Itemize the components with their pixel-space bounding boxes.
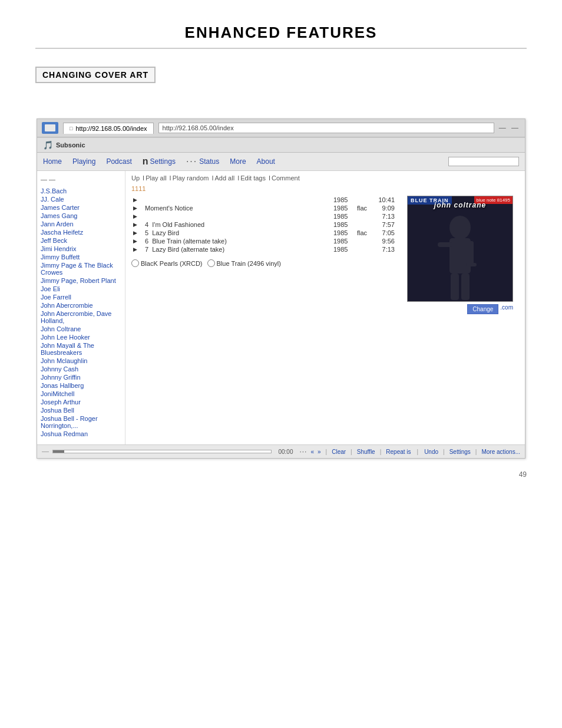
action-play-random[interactable]: Play random [173, 174, 209, 182]
radio-vinyl[interactable] [207, 259, 215, 267]
track-duration-3: 7:13 [373, 212, 396, 220]
radio-option-vinyl[interactable]: Blue Train (2496 vinyl) [207, 259, 281, 267]
sidebar-item-josepha[interactable]: Joseph Arthur [41, 398, 121, 406]
album-art-container: BLUE TRAIN blue note 81495 john coltrane [407, 196, 513, 302]
nav-status[interactable]: Status [199, 157, 219, 166]
page-number: 49 [35, 470, 527, 479]
sidebar-item-johnmcl[interactable]: John Mclaughlin [41, 357, 121, 364]
nav-home[interactable]: Home [43, 157, 62, 166]
track-name-4[interactable]: 4 I'm Old Fashioned [143, 220, 332, 229]
player-clear-btn[interactable]: Clear [332, 449, 346, 455]
sidebar-item-johnmayall[interactable]: John Mayall & The Bluesbreakers [41, 342, 121, 356]
player-progress-bar[interactable] [52, 450, 272, 453]
track-duration-2: 9:09 [373, 204, 396, 212]
sidebar-item-joeeli[interactable]: Joe Eli [41, 285, 121, 292]
sidebar-item-jimmyb[interactable]: Jimmy Buffett [41, 253, 121, 261]
track-play-icon-2[interactable]: ▶ [131, 204, 143, 212]
sidebar-item-joshuab[interactable]: Joshua Bell [41, 407, 121, 414]
sidebar-item-jamesgang[interactable]: James Gang [41, 212, 121, 219]
sidebar-item-joefarrell[interactable]: Joe Farrell [41, 294, 121, 301]
nav-playing[interactable]: Playing [72, 157, 95, 166]
track-year-3: 1985 [332, 212, 355, 220]
album-radio-row: BlacK Pearls (XRCD) Blue Train (2496 vin… [131, 259, 396, 267]
player-undo-btn[interactable]: Undo [424, 449, 438, 455]
sidebar-item-jjcale[interactable]: JJ. Cale [41, 196, 121, 203]
sidebar-item-jaschah[interactable]: Jascha Heifetz [41, 229, 121, 236]
radio-xrcd[interactable] [131, 259, 139, 267]
track-name-6[interactable]: 6 Blue Train (alternate take) [143, 237, 332, 245]
player-shuffle-btn[interactable]: Shuffle [357, 449, 375, 455]
pipe-player-4: | [417, 449, 419, 455]
sidebar-item-jimmyrp[interactable]: Jimmy Page, Robert Plant [41, 277, 121, 284]
track-name-3[interactable] [143, 212, 332, 220]
page-title: ENHANCED FEATURES [35, 24, 527, 49]
track-play-icon-6[interactable]: ▶ [131, 237, 143, 245]
player-repeat-btn[interactable]: Repeat is [386, 449, 411, 455]
rating-badge: 1111 [131, 185, 519, 192]
sidebar-item-jonimic[interactable]: JoniMitchell [41, 390, 121, 397]
player-dots: ··· [299, 447, 307, 456]
sidebar-item-jonash[interactable]: Jonas Hallberg [41, 382, 121, 389]
track-year-1: 1985 [332, 196, 355, 204]
track-play-icon-1[interactable]: ▶ [131, 196, 143, 204]
action-comment[interactable]: Comment [272, 174, 300, 182]
track-play-icon-4[interactable]: ▶ [131, 220, 143, 229]
track-play-icon-7[interactable]: ▶ [131, 245, 143, 253]
sidebar: — — J.S.Bach JJ. Cale James Carter James… [37, 171, 125, 444]
search-box[interactable] [448, 157, 519, 166]
track-duration-7: 7:13 [373, 245, 396, 253]
track-name-7[interactable]: 7 Lazy Bird (alternate take) [143, 245, 332, 253]
nav-settings[interactable]: Settings [150, 157, 176, 166]
nav-about[interactable]: About [257, 157, 275, 166]
player-bar: — 00:00 ··· « » | Clear | Shuffle | Repe… [37, 444, 525, 458]
action-add-all[interactable]: Add all [214, 174, 234, 182]
sidebar-item-johnab[interactable]: John Abercrombie [41, 302, 121, 309]
sidebar-item-jannarden[interactable]: Jann Arden [41, 220, 121, 228]
track-play-icon-5[interactable]: ▶ [131, 229, 143, 237]
track-play-icon-3[interactable]: ▶ [131, 212, 143, 220]
svg-rect-4 [466, 263, 477, 266]
sidebar-item-joshuaredman[interactable]: Joshua Redman [41, 430, 121, 437]
sidebar-item-jamescarter[interactable]: James Carter [41, 204, 121, 211]
track-name-5[interactable]: 5 Lazy Bird [143, 229, 332, 237]
sidebar-item-joshuabrn[interactable]: Joshua Bell - Roger Norrington,... [41, 415, 121, 429]
track-name-2[interactable]: Moment's Notice [143, 204, 332, 212]
player-next-btn[interactable]: » [318, 449, 321, 455]
radio-option-xrcd[interactable]: BlacK Pearls (XRCD) [131, 259, 203, 267]
radio-xrcd-label: BlacK Pearls (XRCD) [141, 260, 203, 267]
action-edit-tags[interactable]: Edit tags [240, 174, 266, 182]
pipe-player-5: | [443, 449, 445, 455]
sidebar-item-jeffbeck[interactable]: Jeff Beck [41, 237, 121, 244]
player-prev-btn[interactable]: « [310, 449, 314, 455]
pipe-5: I [269, 174, 270, 182]
sidebar-item-jimih[interactable]: Jimi Hendrix [41, 245, 121, 252]
sidebar-item-jsbach[interactable]: J.S.Bach [41, 187, 121, 195]
table-row: ▶ 5 Lazy Bird 1985 flac 7:05 [131, 229, 396, 237]
table-row: ▶ 1985 7:13 [131, 212, 396, 220]
svg-rect-3 [469, 241, 474, 265]
tab-icon: □ [70, 126, 72, 131]
sidebar-item-jimmybc[interactable]: Jimmy Page & The Black Crowes [41, 262, 121, 276]
sidebar-item-johncoltrane[interactable]: John Coltrane [41, 325, 121, 332]
action-bar: Up I Play all I Play random I Add all I … [131, 174, 519, 182]
nav-more[interactable]: More [230, 157, 246, 166]
change-cover-button[interactable]: Change [467, 304, 498, 314]
player-more-btn[interactable]: More actions... [481, 449, 520, 455]
sidebar-item-johnleeh[interactable]: John Lee Hooker [41, 334, 121, 341]
sidebar-item-johnnycash[interactable]: Johnny Cash [41, 365, 121, 373]
action-play-all[interactable]: Play all [146, 174, 166, 182]
pipe-4: I [237, 174, 239, 182]
sidebar-item-johnnygriffin[interactable]: Johnny Griffin [41, 374, 121, 381]
track-format-4 [355, 220, 373, 229]
svg-point-0 [449, 216, 471, 239]
nav-podcast[interactable]: Podcast [106, 157, 131, 166]
player-settings-btn[interactable]: Settings [449, 449, 471, 455]
browser-tab[interactable]: □ http://92.168.05.00/index [63, 123, 154, 134]
track-name-1[interactable] [143, 196, 332, 204]
minimize-button[interactable]: — — [499, 124, 520, 132]
svg-rect-2 [438, 242, 452, 247]
track-list-area: ▶ 1985 10:41 ▶ Moment's Notice [131, 196, 396, 314]
zoom-link[interactable]: .com [500, 304, 513, 314]
url-bar[interactable]: http://92.168.05.00/index [158, 123, 494, 133]
sidebar-item-johnabdh[interactable]: John Abercrombie, Dave Holland, [41, 310, 121, 324]
